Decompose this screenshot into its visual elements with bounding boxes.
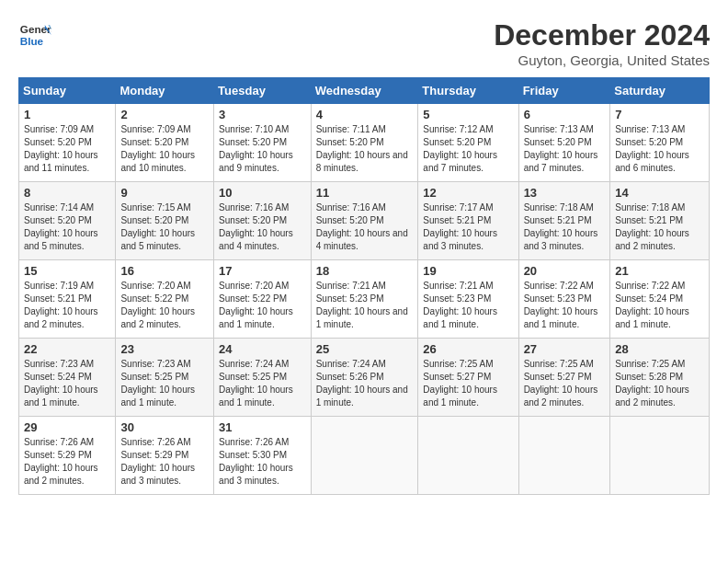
- logo-icon: General Blue: [18, 18, 51, 52]
- day-info: Sunrise: 7:26 AMSunset: 5:30 PMDaylight:…: [219, 437, 293, 486]
- calendar-cell: 7 Sunrise: 7:13 AMSunset: 5:20 PMDayligh…: [610, 104, 710, 182]
- day-number: 2: [120, 108, 209, 121]
- calendar-cell: 14 Sunrise: 7:18 AMSunset: 5:21 PMDaylig…: [610, 182, 710, 260]
- day-number: 22: [24, 342, 110, 356]
- day-info: Sunrise: 7:20 AMSunset: 5:22 PMDaylight:…: [219, 281, 293, 329]
- weekday-header-thursday: Thursday: [418, 78, 518, 104]
- location-title: Guyton, Georgia, United States: [494, 52, 710, 68]
- day-number: 30: [120, 420, 209, 434]
- day-info: Sunrise: 7:22 AMSunset: 5:23 PMDaylight:…: [524, 281, 598, 329]
- day-number: 28: [615, 342, 704, 356]
- calendar-cell: 10 Sunrise: 7:16 AMSunset: 5:20 PMDaylig…: [214, 182, 312, 260]
- calendar-cell: 16 Sunrise: 7:20 AMSunset: 5:22 PMDaylig…: [116, 260, 214, 339]
- day-number: 25: [316, 342, 414, 356]
- calendar-cell: 17 Sunrise: 7:20 AMSunset: 5:22 PMDaylig…: [214, 260, 312, 339]
- day-info: Sunrise: 7:11 AMSunset: 5:20 PMDaylight:…: [316, 124, 408, 173]
- calendar-cell: 9 Sunrise: 7:15 AMSunset: 5:20 PMDayligh…: [116, 182, 214, 260]
- day-info: Sunrise: 7:10 AMSunset: 5:20 PMDaylight:…: [219, 124, 293, 173]
- calendar-cell: 24 Sunrise: 7:24 AMSunset: 5:25 PMDaylig…: [214, 339, 312, 417]
- weekday-header-wednesday: Wednesday: [311, 78, 418, 104]
- calendar-cell: [418, 417, 518, 495]
- day-number: 29: [24, 420, 110, 434]
- day-info: Sunrise: 7:24 AMSunset: 5:26 PMDaylight:…: [316, 359, 408, 408]
- day-number: 21: [615, 264, 704, 278]
- svg-text:Blue: Blue: [20, 35, 44, 47]
- day-info: Sunrise: 7:25 AMSunset: 5:28 PMDaylight:…: [615, 359, 689, 408]
- day-info: Sunrise: 7:25 AMSunset: 5:27 PMDaylight:…: [423, 359, 497, 408]
- day-info: Sunrise: 7:19 AMSunset: 5:21 PMDaylight:…: [24, 281, 98, 329]
- day-number: 15: [24, 264, 110, 278]
- calendar-cell: 15 Sunrise: 7:19 AMSunset: 5:21 PMDaylig…: [19, 260, 116, 339]
- weekday-header-row: SundayMondayTuesdayWednesdayThursdayFrid…: [19, 78, 710, 104]
- calendar-cell: 19 Sunrise: 7:21 AMSunset: 5:23 PMDaylig…: [418, 260, 518, 339]
- calendar-cell: 26 Sunrise: 7:25 AMSunset: 5:27 PMDaylig…: [418, 339, 518, 417]
- logo: General Blue: [18, 18, 51, 52]
- calendar-cell: 3 Sunrise: 7:10 AMSunset: 5:20 PMDayligh…: [214, 104, 312, 182]
- calendar-cell: 12 Sunrise: 7:17 AMSunset: 5:21 PMDaylig…: [418, 182, 518, 260]
- day-number: 5: [423, 108, 513, 121]
- calendar-cell: 25 Sunrise: 7:24 AMSunset: 5:26 PMDaylig…: [311, 339, 418, 417]
- day-number: 8: [24, 186, 110, 200]
- weekday-header-sunday: Sunday: [19, 78, 116, 104]
- day-number: 1: [24, 108, 110, 121]
- day-info: Sunrise: 7:16 AMSunset: 5:20 PMDaylight:…: [219, 202, 293, 251]
- weekday-header-monday: Monday: [116, 78, 214, 104]
- day-number: 31: [219, 420, 306, 434]
- calendar-cell: 13 Sunrise: 7:18 AMSunset: 5:21 PMDaylig…: [518, 182, 610, 260]
- day-info: Sunrise: 7:13 AMSunset: 5:20 PMDaylight:…: [615, 124, 689, 173]
- day-info: Sunrise: 7:18 AMSunset: 5:21 PMDaylight:…: [615, 202, 689, 251]
- calendar-cell: 4 Sunrise: 7:11 AMSunset: 5:20 PMDayligh…: [311, 104, 418, 182]
- day-info: Sunrise: 7:13 AMSunset: 5:20 PMDaylight:…: [524, 124, 598, 173]
- day-info: Sunrise: 7:21 AMSunset: 5:23 PMDaylight:…: [423, 281, 497, 329]
- day-info: Sunrise: 7:25 AMSunset: 5:27 PMDaylight:…: [524, 359, 598, 408]
- day-number: 19: [423, 264, 513, 278]
- day-info: Sunrise: 7:24 AMSunset: 5:25 PMDaylight:…: [219, 359, 293, 408]
- calendar-cell: 1 Sunrise: 7:09 AMSunset: 5:20 PMDayligh…: [19, 104, 116, 182]
- day-number: 10: [219, 186, 306, 200]
- day-info: Sunrise: 7:22 AMSunset: 5:24 PMDaylight:…: [615, 281, 689, 329]
- day-info: Sunrise: 7:09 AMSunset: 5:20 PMDaylight:…: [24, 124, 98, 173]
- calendar-cell: 5 Sunrise: 7:12 AMSunset: 5:20 PMDayligh…: [418, 104, 518, 182]
- day-number: 14: [615, 186, 704, 200]
- calendar-cell: 29 Sunrise: 7:26 AMSunset: 5:29 PMDaylig…: [19, 417, 116, 495]
- day-info: Sunrise: 7:09 AMSunset: 5:20 PMDaylight:…: [120, 124, 195, 173]
- day-info: Sunrise: 7:16 AMSunset: 5:20 PMDaylight:…: [316, 202, 408, 251]
- day-info: Sunrise: 7:23 AMSunset: 5:25 PMDaylight:…: [120, 359, 195, 408]
- page-header: General Blue December 2024 Guyton, Georg…: [18, 18, 710, 68]
- month-title: December 2024: [494, 18, 710, 52]
- day-number: 16: [120, 264, 209, 278]
- day-number: 24: [219, 342, 306, 356]
- calendar-cell: 21 Sunrise: 7:22 AMSunset: 5:24 PMDaylig…: [610, 260, 710, 339]
- calendar-cell: 6 Sunrise: 7:13 AMSunset: 5:20 PMDayligh…: [518, 104, 610, 182]
- weekday-header-tuesday: Tuesday: [214, 78, 312, 104]
- day-number: 27: [524, 342, 606, 356]
- calendar-week-4: 22 Sunrise: 7:23 AMSunset: 5:24 PMDaylig…: [19, 339, 710, 417]
- calendar-table: SundayMondayTuesdayWednesdayThursdayFrid…: [18, 77, 710, 495]
- calendar-week-5: 29 Sunrise: 7:26 AMSunset: 5:29 PMDaylig…: [19, 417, 710, 495]
- day-number: 18: [316, 264, 414, 278]
- day-number: 17: [219, 264, 306, 278]
- calendar-cell: 28 Sunrise: 7:25 AMSunset: 5:28 PMDaylig…: [610, 339, 710, 417]
- day-info: Sunrise: 7:21 AMSunset: 5:23 PMDaylight:…: [316, 281, 408, 329]
- day-number: 7: [615, 108, 704, 121]
- calendar-cell: 23 Sunrise: 7:23 AMSunset: 5:25 PMDaylig…: [116, 339, 214, 417]
- day-number: 13: [524, 186, 606, 200]
- day-number: 11: [316, 186, 414, 200]
- weekday-header-saturday: Saturday: [610, 78, 710, 104]
- day-info: Sunrise: 7:18 AMSunset: 5:21 PMDaylight:…: [524, 202, 598, 251]
- day-info: Sunrise: 7:14 AMSunset: 5:20 PMDaylight:…: [24, 202, 98, 251]
- day-number: 3: [219, 108, 306, 121]
- calendar-cell: [518, 417, 610, 495]
- calendar-cell: 8 Sunrise: 7:14 AMSunset: 5:20 PMDayligh…: [19, 182, 116, 260]
- day-number: 4: [316, 108, 414, 121]
- day-info: Sunrise: 7:20 AMSunset: 5:22 PMDaylight:…: [120, 281, 195, 329]
- day-info: Sunrise: 7:23 AMSunset: 5:24 PMDaylight:…: [24, 359, 98, 408]
- calendar-cell: [610, 417, 710, 495]
- day-number: 12: [423, 186, 513, 200]
- day-number: 9: [120, 186, 209, 200]
- day-info: Sunrise: 7:17 AMSunset: 5:21 PMDaylight:…: [423, 202, 497, 251]
- day-number: 26: [423, 342, 513, 356]
- calendar-cell: 2 Sunrise: 7:09 AMSunset: 5:20 PMDayligh…: [116, 104, 214, 182]
- calendar-cell: 30 Sunrise: 7:26 AMSunset: 5:29 PMDaylig…: [116, 417, 214, 495]
- calendar-cell: 11 Sunrise: 7:16 AMSunset: 5:20 PMDaylig…: [311, 182, 418, 260]
